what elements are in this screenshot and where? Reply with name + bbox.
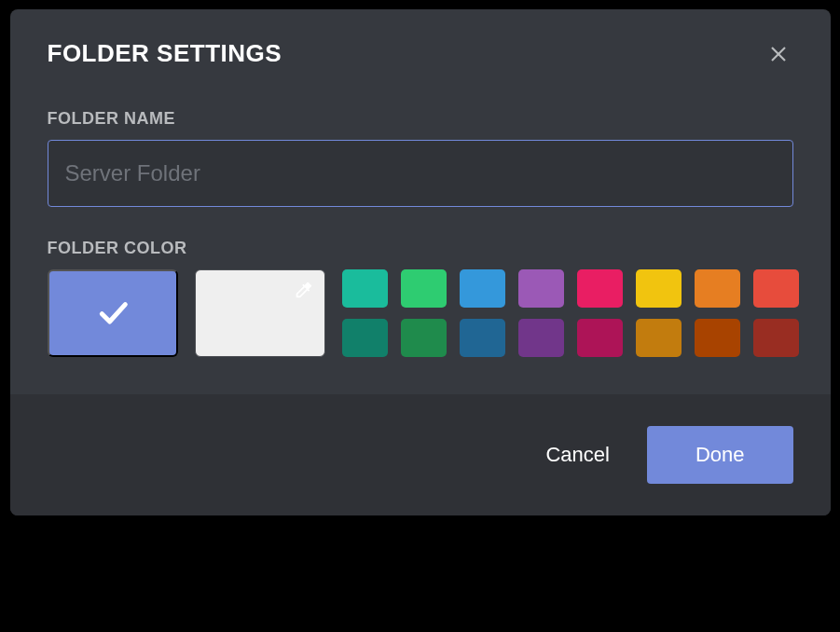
color-swatch[interactable] <box>636 319 682 357</box>
close-button[interactable] <box>764 39 793 72</box>
color-picker <box>48 269 793 357</box>
preset-color-grid <box>342 269 799 357</box>
color-swatch[interactable] <box>577 269 623 308</box>
color-swatch[interactable] <box>401 319 447 357</box>
color-swatch[interactable] <box>695 319 740 357</box>
color-swatch[interactable] <box>342 319 388 357</box>
checkmark-icon <box>94 294 131 334</box>
color-swatch[interactable] <box>753 269 799 308</box>
color-swatch[interactable] <box>753 319 799 357</box>
folder-name-label: Folder Name <box>48 109 793 129</box>
color-row-1 <box>342 269 799 308</box>
folder-name-field: Folder Name <box>48 109 793 207</box>
folder-settings-modal: Folder Settings Folder Name Folder Color <box>10 9 831 515</box>
eyedropper-icon <box>293 280 313 303</box>
modal-title: Folder Settings <box>48 39 282 68</box>
color-swatch[interactable] <box>577 319 623 357</box>
color-swatch[interactable] <box>636 269 682 308</box>
selected-color-swatch[interactable] <box>48 269 178 357</box>
modal-header: Folder Settings <box>48 39 793 72</box>
color-swatch[interactable] <box>460 269 505 308</box>
color-swatch[interactable] <box>460 319 505 357</box>
folder-name-input[interactable] <box>48 140 793 207</box>
done-button[interactable]: Done <box>647 426 793 484</box>
color-swatch[interactable] <box>518 269 564 308</box>
color-swatch[interactable] <box>401 269 447 308</box>
cancel-button[interactable]: Cancel <box>538 433 616 476</box>
close-icon <box>767 43 790 68</box>
color-swatch[interactable] <box>695 269 740 308</box>
modal-body: Folder Settings Folder Name Folder Color <box>10 9 831 394</box>
custom-color-swatch[interactable] <box>195 269 325 357</box>
folder-color-label: Folder Color <box>48 239 793 258</box>
color-swatch[interactable] <box>518 319 564 357</box>
color-row-2 <box>342 319 799 357</box>
modal-footer: Cancel Done <box>10 394 831 515</box>
color-swatch[interactable] <box>342 269 388 308</box>
folder-color-field: Folder Color <box>48 239 793 357</box>
